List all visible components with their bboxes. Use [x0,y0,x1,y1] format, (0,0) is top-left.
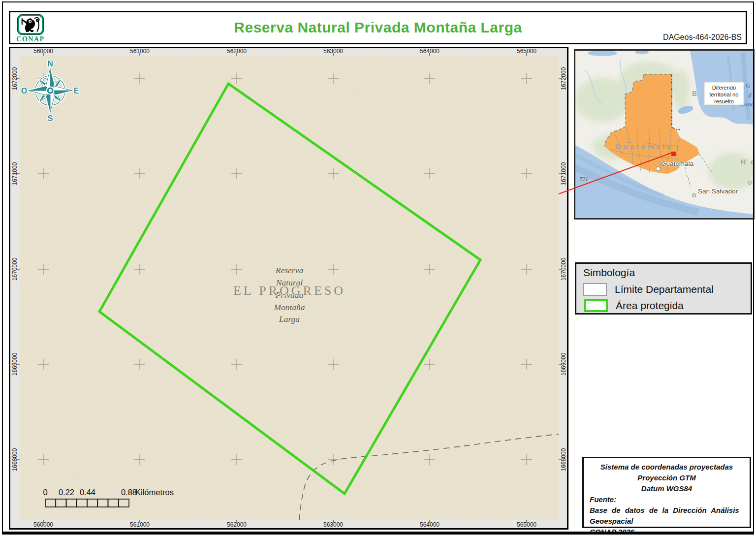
grid-label-left-2: 1670000 [11,257,18,281]
map-sheet: { "header": { "org_name": "CONAP", "titl… [0,0,756,536]
reserve-location-marker [671,152,676,156]
page-title: Reserva Natural Privada Montaña Larga [10,12,746,43]
inset-capital-marker [656,167,660,171]
grid-label-right-1: 1671000 [560,162,567,185]
compass-label-east: E [74,87,79,95]
inset-san-salvador-marker [693,194,696,197]
grid-label-right-3: 1669000 [560,352,567,376]
grid-label-top-1: 561000 [130,48,150,55]
grid-label-bottom-5: 565000 [517,521,536,528]
grid-label-right-0: 1672000 [560,67,567,90]
inset-gulf-fragment-1: d [748,92,752,99]
inset-map-canvas: G d Hond B Guatemala H o 721 Guatemala S… [575,51,753,218]
scalebar-label-1: 0.22 [59,488,74,497]
grid-label-top-0: 560000 [33,48,53,55]
legend-swatch-protected [584,299,608,312]
inset-belize-label: B [692,90,698,97]
grid-label-bottom-1: 561000 [130,521,150,528]
inset-contour-label: 721 [579,176,588,183]
department-name-label: EL PROGRESO [233,284,346,298]
inset-country-label: Guatemala [615,142,673,151]
inset-honduras-label: H o [741,158,753,166]
grid-label-left-4: 1668000 [11,448,18,471]
inset-capital-label: Guatemala [661,160,694,167]
territorial-note-line-1: territorial no [709,92,738,97]
document-id: DAGeos-464-2026-BS [663,33,742,42]
scalebar-unit: Kilómetros [135,488,174,497]
credits-projection: Proyección GTM [590,473,744,483]
credits-source-line-2: CONAP 2026 [590,527,744,536]
grid-label-left-3: 1669000 [11,352,18,376]
header: CONAP Reserva Natural Privada Montaña La… [9,11,747,44]
reserve-name-line-0: Reserva [275,265,304,275]
territorial-note-line-0: Diferendo [712,85,736,91]
reserve-name-line-3: Montaña [273,302,305,312]
legend-swatch-departmental [583,283,607,296]
credits-datum: Datum WGS84 [590,483,744,494]
scalebar-label-3: 0.88 [121,488,137,497]
credits-coordinate-system: Sistema de coordenadas proyectadas [590,462,744,473]
grid-label-right-4: 1668000 [560,448,567,471]
legend-item-protected: Área protegida [583,299,751,312]
grid-label-right-2: 1670000 [560,257,567,281]
grid-label-bottom-2: 562000 [227,521,247,528]
territorial-note-line-2: resuelto [714,98,734,104]
compass-label-north: N [47,60,53,68]
grid-label-bottom-4: 564000 [420,521,440,528]
grid-label-top-5: 565000 [517,48,536,55]
credits-source-label: Fuente: [590,494,744,505]
legend-title: Simbología [583,267,751,279]
grid-label-top-4: 564000 [420,48,440,55]
grid-label-left-0: 1672000 [11,67,18,90]
main-map: 560000 561000 562000 563000 564000 56500… [9,47,568,530]
credits-box: Sistema de coordenadas proyectadas Proye… [582,457,751,528]
reserve-name-line-4: Larga [279,314,300,324]
scalebar-label-2: 0.44 [80,488,95,497]
grid-label-bottom-3: 563000 [323,521,343,528]
compass-label-west: O [21,87,27,95]
territorial-note: Diferendo territorial no resuelto [704,82,744,105]
compass-label-south: S [48,114,53,123]
credits-source-line-1: Base de datos de la Dirección Análisis G… [590,505,744,527]
grid-label-left-1: 1671000 [11,162,18,185]
inset-san-salvador-label: San Salvador [698,188,738,195]
legend: Simbología Límite Departamental Área pro… [575,262,752,315]
legend-label-protected: Área protegida [616,300,684,312]
inset-map: G d Hond B Guatemala H o 721 Guatemala S… [574,49,755,220]
inset-city-marker-2 [748,181,752,185]
scalebar-label-0: 0 [43,488,47,497]
legend-item-departmental: Límite Departamental [583,283,751,296]
grid-label-bottom-0: 560000 [33,521,53,528]
grid-label-top-3: 563000 [323,48,343,55]
main-map-canvas: 560000 561000 562000 563000 564000 56500… [10,48,567,528]
inset-gulf-fragment-0: G [746,82,751,89]
legend-label-departmental: Límite Departamental [615,284,714,295]
grid-label-top-2: 562000 [227,48,247,55]
